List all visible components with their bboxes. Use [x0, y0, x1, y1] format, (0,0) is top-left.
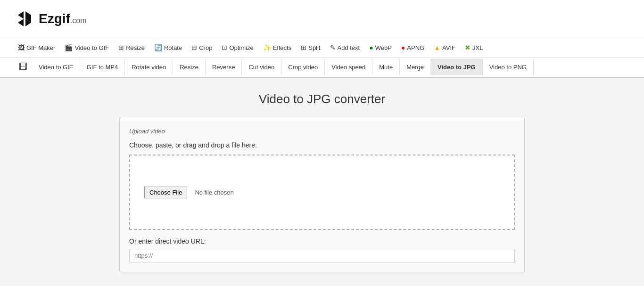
nav-apng[interactable]: ● APNG — [397, 42, 428, 53]
subnav-cut-video[interactable]: Cut video — [242, 59, 281, 75]
url-input[interactable] — [129, 249, 515, 262]
nav-gif-maker[interactable]: 🖼 GIF Maker — [14, 42, 59, 53]
header: Ezgif.com — [0, 0, 644, 38]
subnav-video-to-gif[interactable]: Video to GIF — [32, 59, 80, 75]
subnav-video-to-png[interactable]: Video to PNG — [483, 59, 534, 75]
subnav-reverse[interactable]: Reverse — [206, 59, 242, 75]
add-text-icon: ✎ — [330, 44, 336, 51]
nav-optimize[interactable]: ⊡ Optimize — [218, 42, 257, 53]
top-nav: 🖼 GIF Maker 🎬 Video to GIF ⊞ Resize 🔄 Ro… — [0, 38, 644, 57]
effects-icon: ✨ — [263, 44, 271, 51]
subnav-video-to-jpg[interactable]: Video to JPG — [431, 59, 483, 75]
nav-effects[interactable]: ✨ Effects — [259, 42, 296, 53]
nav-add-text[interactable]: ✎ Add text — [326, 42, 364, 53]
avif-icon: ▲ — [434, 44, 440, 51]
nav-video-to-gif[interactable]: 🎬 Video to GIF — [61, 42, 113, 53]
nav-jxl[interactable]: ✖ JXL — [461, 42, 487, 53]
choose-file-button[interactable]: Choose File — [144, 187, 187, 198]
nav-rotate[interactable]: 🔄 Rotate — [150, 42, 186, 53]
webp-icon: ● — [369, 44, 373, 51]
upload-instruction: Choose, paste, or drag and drop a file h… — [129, 141, 515, 149]
page-title: Video to JPG converter — [119, 92, 525, 106]
jxl-icon: ✖ — [465, 44, 471, 51]
optimize-icon: ⊡ — [222, 44, 227, 51]
upload-box-title: Upload video — [129, 128, 515, 135]
rotate-icon: 🔄 — [154, 44, 162, 51]
no-file-text: No file chosen — [195, 189, 233, 196]
nav-avif[interactable]: ▲ AVIF — [430, 42, 459, 53]
logo-icon — [14, 8, 35, 29]
split-icon: ⊞ — [301, 44, 306, 51]
crop-icon: ⊟ — [191, 44, 197, 51]
nav-webp[interactable]: ● WebP — [365, 42, 396, 53]
apng-icon: ● — [401, 44, 405, 51]
film-icon: 🎞 — [14, 57, 32, 77]
subnav-gif-to-mp4[interactable]: GIF to MP4 — [80, 59, 125, 75]
subnav-mute[interactable]: Mute — [372, 59, 400, 75]
subnav-resize[interactable]: Resize — [173, 59, 206, 75]
subnav-merge[interactable]: Merge — [400, 59, 431, 75]
video-to-gif-icon: 🎬 — [65, 44, 73, 51]
nav-split[interactable]: ⊞ Split — [297, 42, 324, 53]
nav-crop[interactable]: ⊟ Crop — [188, 42, 216, 53]
gif-maker-icon: 🖼 — [18, 44, 25, 51]
sub-nav: 🎞 Video to GIF GIF to MP4 Rotate video R… — [0, 57, 644, 78]
file-input-label[interactable]: Choose File No file chosen — [144, 187, 234, 198]
drop-area[interactable]: Choose File No file chosen — [129, 155, 515, 230]
subnav-video-speed[interactable]: Video speed — [325, 59, 372, 75]
logo-area: Ezgif.com — [14, 8, 630, 29]
subnav-rotate-video[interactable]: Rotate video — [125, 59, 173, 75]
subnav-crop-video[interactable]: Crop video — [281, 59, 325, 75]
logo-text: Ezgif.com — [39, 11, 87, 26]
resize-icon: ⊞ — [118, 44, 124, 51]
nav-resize[interactable]: ⊞ Resize — [115, 42, 149, 53]
url-label: Or enter direct video URL: — [129, 237, 515, 245]
upload-box: Upload video Choose, paste, or drag and … — [119, 118, 525, 272]
main-content: Video to JPG converter Upload video Choo… — [110, 92, 534, 272]
